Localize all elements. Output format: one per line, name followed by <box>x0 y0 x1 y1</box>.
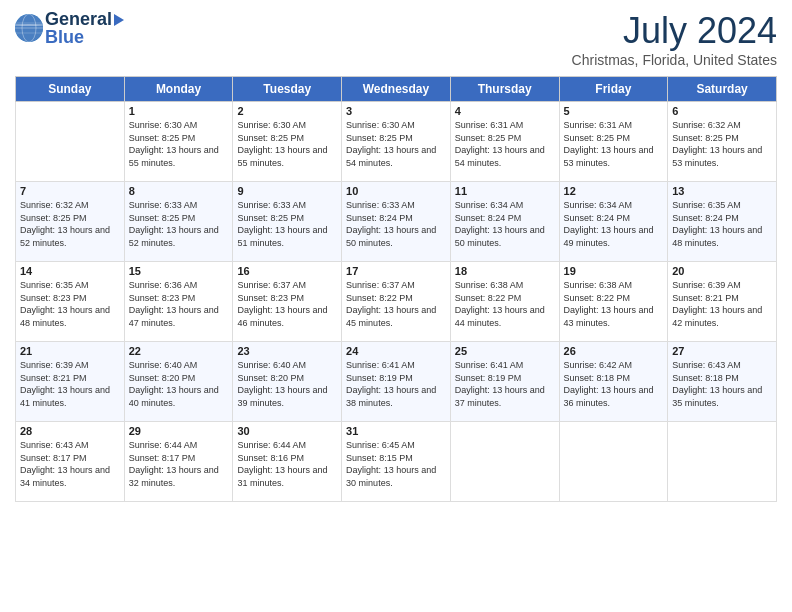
sunset-text: Sunset: 8:21 PM <box>20 373 87 383</box>
cell-info: Sunrise: 6:38 AM Sunset: 8:22 PM Dayligh… <box>564 279 664 329</box>
sunrise-text: Sunrise: 6:43 AM <box>672 360 741 370</box>
calendar-cell: 16 Sunrise: 6:37 AM Sunset: 8:23 PM Dayl… <box>233 262 342 342</box>
calendar-cell <box>668 422 777 502</box>
cell-info: Sunrise: 6:36 AM Sunset: 8:23 PM Dayligh… <box>129 279 229 329</box>
cell-info: Sunrise: 6:32 AM Sunset: 8:25 PM Dayligh… <box>20 199 120 249</box>
calendar-cell: 27 Sunrise: 6:43 AM Sunset: 8:18 PM Dayl… <box>668 342 777 422</box>
header-row: Sunday Monday Tuesday Wednesday Thursday… <box>16 77 777 102</box>
daylight-text: Daylight: 13 hours and 48 minutes. <box>20 305 110 328</box>
sunset-text: Sunset: 8:24 PM <box>346 213 413 223</box>
week-row-3: 21 Sunrise: 6:39 AM Sunset: 8:21 PM Dayl… <box>16 342 777 422</box>
calendar-cell: 28 Sunrise: 6:43 AM Sunset: 8:17 PM Dayl… <box>16 422 125 502</box>
cell-info: Sunrise: 6:33 AM Sunset: 8:25 PM Dayligh… <box>129 199 229 249</box>
calendar-cell: 14 Sunrise: 6:35 AM Sunset: 8:23 PM Dayl… <box>16 262 125 342</box>
calendar-cell: 18 Sunrise: 6:38 AM Sunset: 8:22 PM Dayl… <box>450 262 559 342</box>
sunset-text: Sunset: 8:22 PM <box>455 293 522 303</box>
sunset-text: Sunset: 8:23 PM <box>237 293 304 303</box>
calendar-cell: 30 Sunrise: 6:44 AM Sunset: 8:16 PM Dayl… <box>233 422 342 502</box>
sunset-text: Sunset: 8:25 PM <box>672 133 739 143</box>
calendar-cell: 1 Sunrise: 6:30 AM Sunset: 8:25 PM Dayli… <box>124 102 233 182</box>
calendar-cell: 17 Sunrise: 6:37 AM Sunset: 8:22 PM Dayl… <box>342 262 451 342</box>
cell-info: Sunrise: 6:37 AM Sunset: 8:22 PM Dayligh… <box>346 279 446 329</box>
sunrise-text: Sunrise: 6:39 AM <box>20 360 89 370</box>
cell-info: Sunrise: 6:35 AM Sunset: 8:24 PM Dayligh… <box>672 199 772 249</box>
day-number: 12 <box>564 185 664 197</box>
sunrise-text: Sunrise: 6:45 AM <box>346 440 415 450</box>
sunset-text: Sunset: 8:17 PM <box>20 453 87 463</box>
daylight-text: Daylight: 13 hours and 51 minutes. <box>237 225 327 248</box>
calendar-cell: 25 Sunrise: 6:41 AM Sunset: 8:19 PM Dayl… <box>450 342 559 422</box>
daylight-text: Daylight: 13 hours and 53 minutes. <box>564 145 654 168</box>
day-number: 21 <box>20 345 120 357</box>
calendar-cell: 21 Sunrise: 6:39 AM Sunset: 8:21 PM Dayl… <box>16 342 125 422</box>
sunrise-text: Sunrise: 6:40 AM <box>237 360 306 370</box>
cell-info: Sunrise: 6:31 AM Sunset: 8:25 PM Dayligh… <box>455 119 555 169</box>
calendar-cell: 8 Sunrise: 6:33 AM Sunset: 8:25 PM Dayli… <box>124 182 233 262</box>
cell-info: Sunrise: 6:40 AM Sunset: 8:20 PM Dayligh… <box>129 359 229 409</box>
daylight-text: Daylight: 13 hours and 31 minutes. <box>237 465 327 488</box>
daylight-text: Daylight: 13 hours and 55 minutes. <box>129 145 219 168</box>
daylight-text: Daylight: 13 hours and 48 minutes. <box>672 225 762 248</box>
calendar-cell: 11 Sunrise: 6:34 AM Sunset: 8:24 PM Dayl… <box>450 182 559 262</box>
logo-general-text: General <box>45 10 112 28</box>
sunrise-text: Sunrise: 6:37 AM <box>346 280 415 290</box>
cell-info: Sunrise: 6:34 AM Sunset: 8:24 PM Dayligh… <box>564 199 664 249</box>
cell-info: Sunrise: 6:38 AM Sunset: 8:22 PM Dayligh… <box>455 279 555 329</box>
daylight-text: Daylight: 13 hours and 42 minutes. <box>672 305 762 328</box>
calendar-cell: 9 Sunrise: 6:33 AM Sunset: 8:25 PM Dayli… <box>233 182 342 262</box>
day-number: 25 <box>455 345 555 357</box>
sunset-text: Sunset: 8:16 PM <box>237 453 304 463</box>
sunrise-text: Sunrise: 6:33 AM <box>129 200 198 210</box>
sunset-text: Sunset: 8:20 PM <box>237 373 304 383</box>
cell-info: Sunrise: 6:35 AM Sunset: 8:23 PM Dayligh… <box>20 279 120 329</box>
sunset-text: Sunset: 8:25 PM <box>237 133 304 143</box>
sunrise-text: Sunrise: 6:40 AM <box>129 360 198 370</box>
sunrise-text: Sunrise: 6:41 AM <box>346 360 415 370</box>
calendar-cell: 20 Sunrise: 6:39 AM Sunset: 8:21 PM Dayl… <box>668 262 777 342</box>
cell-info: Sunrise: 6:31 AM Sunset: 8:25 PM Dayligh… <box>564 119 664 169</box>
calendar-cell: 7 Sunrise: 6:32 AM Sunset: 8:25 PM Dayli… <box>16 182 125 262</box>
cell-info: Sunrise: 6:39 AM Sunset: 8:21 PM Dayligh… <box>672 279 772 329</box>
sunset-text: Sunset: 8:19 PM <box>346 373 413 383</box>
sunrise-text: Sunrise: 6:38 AM <box>455 280 524 290</box>
cell-info: Sunrise: 6:42 AM Sunset: 8:18 PM Dayligh… <box>564 359 664 409</box>
sunrise-text: Sunrise: 6:33 AM <box>346 200 415 210</box>
sunrise-text: Sunrise: 6:32 AM <box>672 120 741 130</box>
daylight-text: Daylight: 13 hours and 40 minutes. <box>129 385 219 408</box>
calendar-table: Sunday Monday Tuesday Wednesday Thursday… <box>15 76 777 502</box>
day-number: 29 <box>129 425 229 437</box>
sunset-text: Sunset: 8:25 PM <box>129 213 196 223</box>
day-number: 15 <box>129 265 229 277</box>
week-row-4: 28 Sunrise: 6:43 AM Sunset: 8:17 PM Dayl… <box>16 422 777 502</box>
cell-info: Sunrise: 6:40 AM Sunset: 8:20 PM Dayligh… <box>237 359 337 409</box>
cell-info: Sunrise: 6:45 AM Sunset: 8:15 PM Dayligh… <box>346 439 446 489</box>
sunset-text: Sunset: 8:21 PM <box>672 293 739 303</box>
sunset-text: Sunset: 8:17 PM <box>129 453 196 463</box>
day-number: 2 <box>237 105 337 117</box>
sunrise-text: Sunrise: 6:43 AM <box>20 440 89 450</box>
sunrise-text: Sunrise: 6:32 AM <box>20 200 89 210</box>
sunset-text: Sunset: 8:20 PM <box>129 373 196 383</box>
day-number: 31 <box>346 425 446 437</box>
daylight-text: Daylight: 13 hours and 55 minutes. <box>237 145 327 168</box>
sunset-text: Sunset: 8:25 PM <box>20 213 87 223</box>
day-number: 10 <box>346 185 446 197</box>
daylight-text: Daylight: 13 hours and 54 minutes. <box>346 145 436 168</box>
sunrise-text: Sunrise: 6:35 AM <box>20 280 89 290</box>
day-number: 7 <box>20 185 120 197</box>
header: General Blue July 2024 Christmas, Florid… <box>15 10 777 68</box>
daylight-text: Daylight: 13 hours and 50 minutes. <box>455 225 545 248</box>
sunrise-text: Sunrise: 6:34 AM <box>455 200 524 210</box>
day-number: 1 <box>129 105 229 117</box>
sunrise-text: Sunrise: 6:30 AM <box>129 120 198 130</box>
cell-info: Sunrise: 6:30 AM Sunset: 8:25 PM Dayligh… <box>129 119 229 169</box>
day-number: 16 <box>237 265 337 277</box>
day-number: 11 <box>455 185 555 197</box>
logo-words: General Blue <box>45 10 124 46</box>
cell-info: Sunrise: 6:32 AM Sunset: 8:25 PM Dayligh… <box>672 119 772 169</box>
calendar-cell: 26 Sunrise: 6:42 AM Sunset: 8:18 PM Dayl… <box>559 342 668 422</box>
daylight-text: Daylight: 13 hours and 52 minutes. <box>129 225 219 248</box>
sunset-text: Sunset: 8:24 PM <box>564 213 631 223</box>
calendar-cell: 6 Sunrise: 6:32 AM Sunset: 8:25 PM Dayli… <box>668 102 777 182</box>
calendar-cell: 5 Sunrise: 6:31 AM Sunset: 8:25 PM Dayli… <box>559 102 668 182</box>
